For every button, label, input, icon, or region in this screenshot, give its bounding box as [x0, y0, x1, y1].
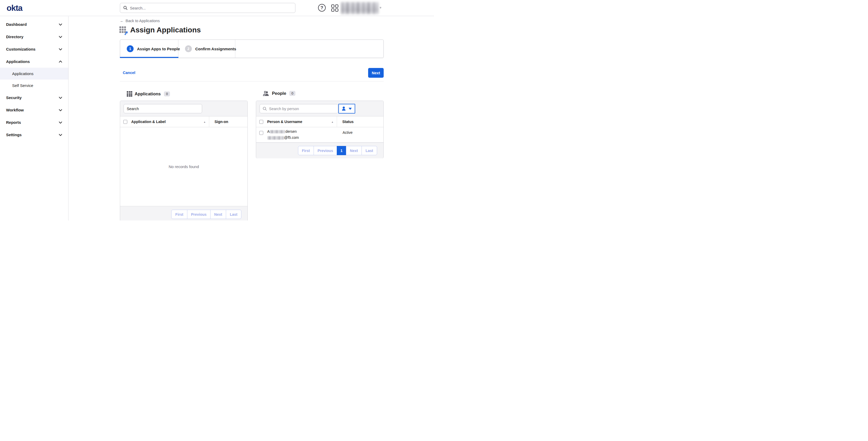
select-all-people-checkbox[interactable] — [259, 120, 263, 124]
people-page-1[interactable]: 1 — [337, 146, 346, 155]
step-confirm-assignments[interactable]: 2 Confirm Assignments — [178, 40, 235, 58]
applications-section-title: Applications — [135, 91, 161, 96]
chevron-down-icon — [59, 109, 62, 111]
active-step-underline — [120, 57, 178, 58]
cancel-link[interactable]: Cancel — [123, 68, 135, 78]
person-row[interactable]: Adersen @f5.com Active — [256, 127, 383, 143]
user-menu-caret-icon[interactable]: ▾ — [380, 6, 381, 9]
applications-col-signon[interactable]: Sign-on — [215, 120, 228, 124]
applications-page-first[interactable]: First — [171, 210, 187, 219]
applications-search[interactable] — [124, 104, 202, 113]
back-arrow-icon: ← — [120, 19, 124, 23]
caret-down-icon — [349, 108, 352, 110]
chevron-up-icon — [59, 61, 62, 63]
app-switcher-icon[interactable] — [331, 4, 338, 11]
sidebar-item-applications[interactable]: Applications — [0, 55, 68, 68]
sidebar-item-reports[interactable]: Reports — [0, 116, 68, 129]
applications-grid-icon — [127, 91, 132, 97]
people-pagination: First Previous 1 Next Last — [298, 146, 377, 155]
person-username: @f5.com — [267, 135, 299, 139]
people-page-previous[interactable]: Previous — [314, 146, 337, 155]
sort-asc-icon[interactable]: ▲ — [331, 121, 334, 123]
page-title: Assign Applications — [130, 26, 201, 34]
select-all-applications-checkbox[interactable] — [123, 120, 127, 124]
people-panel-footer: First Previous 1 Next Last — [256, 143, 383, 158]
applications-count-badge: 0 — [164, 91, 170, 96]
chevron-down-icon — [59, 134, 62, 136]
applications-panel-footer: First Previous Next Last — [120, 206, 247, 220]
next-button[interactable]: Next — [368, 68, 384, 78]
chevron-down-icon — [59, 36, 62, 38]
step-2-number: 2 — [185, 45, 192, 52]
step-1-number: 1 — [127, 45, 133, 52]
person-icon — [342, 106, 346, 111]
key-icon — [124, 31, 128, 36]
redacted-name — [270, 130, 285, 133]
sidebar-subitem-applications[interactable]: Applications — [0, 68, 68, 80]
applications-empty-state: No records found — [120, 127, 247, 206]
help-icon[interactable]: ? — [318, 4, 326, 11]
step-assign-apps-to-people[interactable]: 1 Assign Apps to People — [120, 40, 178, 58]
sidebar-item-dashboard[interactable]: Dashboard — [0, 18, 68, 31]
people-search-input[interactable] — [269, 107, 335, 111]
applications-table-header: Application & Label ▲ Sign-on — [120, 117, 247, 127]
chevron-down-icon — [59, 121, 62, 124]
sidebar-item-security[interactable]: Security — [0, 91, 68, 104]
people-col-status[interactable]: Status — [342, 120, 353, 124]
people-section-title: People — [272, 91, 286, 96]
global-search-input[interactable] — [130, 6, 292, 10]
back-to-applications-link[interactable]: ← Back to Applications — [120, 19, 160, 23]
chevron-down-icon — [59, 97, 62, 99]
page-title-row: Assign Applications — [119, 26, 201, 34]
people-col-person[interactable]: Person & Username — [267, 120, 302, 124]
person-name: Adersen — [267, 129, 297, 133]
wizard-filler — [235, 40, 383, 58]
people-section-heading: People 0 — [262, 90, 296, 96]
sidebar-item-customizations[interactable]: Customizations — [0, 43, 68, 55]
applications-page-previous[interactable]: Previous — [187, 210, 211, 219]
okta-logo[interactable]: okta — [7, 3, 22, 13]
applications-search-input[interactable] — [127, 107, 199, 111]
applications-pagination: First Previous Next Last — [171, 210, 241, 219]
sort-asc-icon[interactable]: ▲ — [204, 121, 206, 123]
applications-col-label[interactable]: Application & Label — [131, 120, 166, 124]
person-status: Active — [343, 130, 352, 135]
sidebar-nav: Dashboard Directory Customizations Appli… — [0, 16, 68, 220]
people-search[interactable] — [259, 104, 338, 113]
people-page-next[interactable]: Next — [346, 146, 362, 155]
people-filter-dropdown[interactable] — [338, 104, 355, 114]
divider — [120, 81, 384, 82]
people-page-last[interactable]: Last — [362, 146, 377, 155]
applications-panel: Application & Label ▲ Sign-on No records… — [120, 101, 248, 220]
global-search[interactable] — [120, 3, 296, 13]
sidebar-item-workflow[interactable]: Workflow — [0, 104, 68, 116]
people-page-first[interactable]: First — [298, 146, 314, 155]
main-content: ← Back to Applications Assign Applicatio… — [69, 16, 434, 220]
redacted-username — [268, 136, 284, 139]
assign-applications-icon — [119, 26, 127, 34]
chevron-down-icon — [59, 24, 62, 26]
sidebar-item-settings[interactable]: Settings — [0, 129, 68, 141]
user-menu-redacted[interactable] — [341, 2, 378, 14]
wizard-steps: 1 Assign Apps to People 2 Confirm Assign… — [120, 39, 384, 58]
search-icon — [263, 107, 267, 111]
applications-panel-header — [120, 101, 247, 117]
people-table-header: Person & Username ▲ Status — [256, 117, 383, 127]
applications-page-last[interactable]: Last — [226, 210, 241, 219]
people-count-badge: 0 — [289, 91, 296, 96]
top-bar: okta ? ▾ — [0, 0, 434, 16]
applications-page-next[interactable]: Next — [210, 210, 226, 219]
search-icon — [123, 6, 128, 10]
sidebar-subitem-self-service[interactable]: Self Service — [0, 80, 68, 91]
sidebar-item-directory[interactable]: Directory — [0, 31, 68, 43]
people-panel: Person & Username ▲ Status Adersen @f5.c… — [256, 101, 384, 158]
applications-section-heading: Applications 0 — [127, 91, 170, 97]
people-icon — [262, 90, 270, 96]
people-panel-header — [256, 101, 383, 117]
person-row-checkbox[interactable] — [259, 131, 263, 135]
chevron-down-icon — [59, 48, 62, 50]
